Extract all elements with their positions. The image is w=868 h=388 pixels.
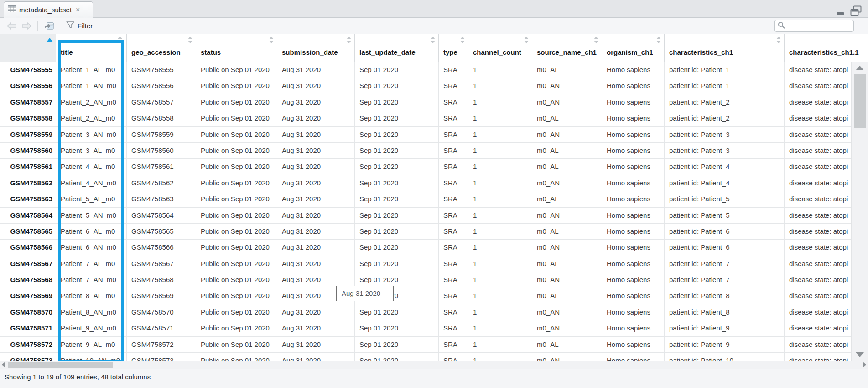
cell-organism_ch1[interactable]: Homo sapiens: [602, 191, 665, 207]
sort-icons[interactable]: [269, 37, 274, 43]
cell-characteristics_ch1[interactable]: patient id: Patient_8: [665, 288, 785, 304]
cell-submission_date[interactable]: Aug 31 2020: [277, 304, 355, 320]
sort-icons[interactable]: [776, 37, 781, 43]
sort-icons[interactable]: [460, 37, 465, 43]
cell-channel_count[interactable]: 1: [468, 320, 532, 336]
cell-title[interactable]: Patient_5_AL_m0: [56, 191, 127, 207]
cell-source_name_ch1[interactable]: m0_AL: [532, 337, 602, 352]
cell-type[interactable]: SRA: [439, 175, 468, 191]
table-row[interactable]: GSM4758573Patient_10_AN_m0GSM4758573Publ…: [0, 353, 868, 361]
open-in-new-window-icon[interactable]: [42, 21, 56, 31]
cell-status[interactable]: Public on Sep 01 2020: [196, 143, 277, 158]
cell-characteristics_ch1[interactable]: patient id: Patient_3: [665, 127, 785, 142]
cell-last_update_date[interactable]: Sep 01 2020: [355, 78, 439, 94]
cell-type[interactable]: SRA: [439, 62, 468, 78]
cell-submission_date[interactable]: Aug 31 2020: [277, 143, 355, 158]
table-row[interactable]: GSM4758569Patient_8_AL_m0GSM4758569Publi…: [0, 288, 868, 304]
cell-organism_ch1[interactable]: Homo sapiens: [602, 159, 665, 174]
cell-characteristics_ch1[interactable]: patient id: Patient_7: [665, 256, 785, 272]
vertical-scrollbar-thumb[interactable]: [854, 74, 866, 128]
cell-submission_date[interactable]: Aug 31 2020: [277, 337, 355, 352]
column-header-characteristics_ch1[interactable]: characteristics_ch1: [665, 34, 785, 62]
sort-icons[interactable]: [347, 37, 351, 43]
cell-characteristics_ch1[interactable]: patient id: Patient_3: [665, 143, 785, 158]
cell-organism_ch1[interactable]: Homo sapiens: [602, 78, 665, 94]
cell-channel_count[interactable]: 1: [468, 143, 532, 158]
cell-last_update_date[interactable]: Sep 01 2020: [355, 175, 439, 191]
cell-type[interactable]: SRA: [439, 353, 468, 361]
cell-channel_count[interactable]: 1: [468, 94, 532, 110]
column-header-characteristics_ch1.1[interactable]: characteristics_ch1.1: [785, 34, 868, 62]
row-name-cell[interactable]: GSM4758570: [0, 304, 56, 320]
cell-channel_count[interactable]: 1: [468, 288, 532, 304]
cell-characteristics_ch1[interactable]: patient id: Patient_1: [665, 62, 785, 78]
cell-status[interactable]: Public on Sep 01 2020: [196, 191, 277, 207]
row-name-cell[interactable]: GSM4758561: [0, 159, 56, 174]
cell-organism_ch1[interactable]: Homo sapiens: [602, 224, 665, 239]
cell-last_update_date[interactable]: Sep 01 2020: [355, 353, 439, 361]
table-row[interactable]: GSM4758555Patient_1_AL_m0GSM4758555Publi…: [0, 62, 868, 78]
cell-organism_ch1[interactable]: Homo sapiens: [602, 304, 665, 320]
cell-submission_date[interactable]: Aug 31 2020: [277, 208, 355, 223]
cell-organism_ch1[interactable]: Homo sapiens: [602, 353, 665, 361]
cell-channel_count[interactable]: 1: [468, 353, 532, 361]
cell-characteristics_ch1[interactable]: patient id: Patient_6: [665, 240, 785, 255]
row-name-cell[interactable]: GSM4758566: [0, 240, 56, 255]
cell-type[interactable]: SRA: [439, 110, 468, 126]
cell-type[interactable]: SRA: [439, 320, 468, 336]
cell-organism_ch1[interactable]: Homo sapiens: [602, 143, 665, 158]
cell-title[interactable]: Patient_2_AL_m0: [56, 110, 127, 126]
cell-organism_ch1[interactable]: Homo sapiens: [602, 127, 665, 142]
column-header-rownames[interactable]: [0, 34, 56, 62]
row-name-cell[interactable]: GSM4758555: [0, 62, 56, 78]
cell-geo_accession[interactable]: GSM4758568: [127, 272, 196, 288]
column-header-status[interactable]: status: [196, 34, 277, 62]
cell-organism_ch1[interactable]: Homo sapiens: [602, 110, 665, 126]
cell-type[interactable]: SRA: [439, 78, 468, 94]
cell-status[interactable]: Public on Sep 01 2020: [196, 175, 277, 191]
cell-submission_date[interactable]: Aug 31 2020: [277, 110, 355, 126]
table-row[interactable]: GSM4758559Patient_3_AN_m0GSM4758559Publi…: [0, 127, 868, 143]
row-name-cell[interactable]: GSM4758564: [0, 208, 56, 223]
cell-organism_ch1[interactable]: Homo sapiens: [602, 208, 665, 223]
cell-title[interactable]: Patient_8_AL_m0: [56, 288, 127, 304]
sort-icons[interactable]: [656, 37, 661, 43]
cell-geo_accession[interactable]: GSM4758561: [127, 159, 196, 174]
cell-source_name_ch1[interactable]: m0_AL: [532, 224, 602, 239]
row-name-cell[interactable]: GSM4758571: [0, 320, 56, 336]
row-name-cell[interactable]: GSM4758562: [0, 175, 56, 191]
cell-title[interactable]: Patient_3_AN_m0: [56, 127, 127, 142]
cell-geo_accession[interactable]: GSM4758571: [127, 320, 196, 336]
cell-type[interactable]: SRA: [439, 94, 468, 110]
row-name-cell[interactable]: GSM4758558: [0, 110, 56, 126]
cell-geo_accession[interactable]: GSM4758560: [127, 143, 196, 158]
minimize-icon[interactable]: [836, 6, 846, 18]
cell-submission_date[interactable]: Aug 31 2020: [277, 159, 355, 174]
cell-last_update_date[interactable]: Sep 01 2020: [355, 127, 439, 142]
filter-button[interactable]: Filter: [64, 20, 94, 32]
forward-button[interactable]: [19, 21, 34, 31]
cell-channel_count[interactable]: 1: [468, 256, 532, 272]
cell-status[interactable]: Public on Sep 01 2020: [196, 110, 277, 126]
cell-source_name_ch1[interactable]: m0_AN: [532, 94, 602, 110]
cell-geo_accession[interactable]: GSM4758563: [127, 191, 196, 207]
cell-characteristics_ch1[interactable]: patient id: Patient_8: [665, 304, 785, 320]
cell-status[interactable]: Public on Sep 01 2020: [196, 337, 277, 352]
cell-last_update_date[interactable]: Sep 01 2020: [355, 143, 439, 158]
cell-characteristics_ch1[interactable]: patient id: Patient_9: [665, 337, 785, 352]
cell-characteristics_ch1[interactable]: patient id: Patient_6: [665, 224, 785, 239]
cell-submission_date[interactable]: Aug 31 2020: [277, 78, 355, 94]
cell-geo_accession[interactable]: GSM4758566: [127, 240, 196, 255]
cell-source_name_ch1[interactable]: m0_AN: [532, 320, 602, 336]
cell-geo_accession[interactable]: GSM4758573: [127, 353, 196, 361]
cell-title[interactable]: Patient_6_AN_m0: [56, 240, 127, 255]
row-name-cell[interactable]: GSM4758560: [0, 143, 56, 158]
cell-status[interactable]: Public on Sep 01 2020: [196, 159, 277, 174]
column-header-geo_accession[interactable]: geo_accession: [127, 34, 196, 62]
row-name-cell[interactable]: GSM4758569: [0, 288, 56, 304]
cell-geo_accession[interactable]: GSM4758556: [127, 78, 196, 94]
cell-title[interactable]: Patient_8_AN_m0: [56, 304, 127, 320]
cell-source_name_ch1[interactable]: m0_AL: [532, 62, 602, 78]
table-row[interactable]: GSM4758556Patient_1_AN_m0GSM4758556Publi…: [0, 78, 868, 94]
scroll-up-icon[interactable]: [856, 66, 864, 70]
